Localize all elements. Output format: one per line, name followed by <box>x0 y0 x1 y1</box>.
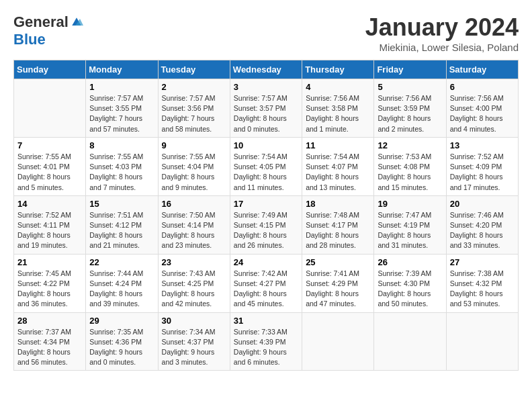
day-header-wednesday: Wednesday <box>230 60 302 79</box>
day-number: 16 <box>162 199 226 209</box>
day-number: 12 <box>378 140 442 150</box>
day-number: 1 <box>89 82 154 92</box>
calendar-cell: 23Sunrise: 7:43 AM Sunset: 4:25 PM Dayli… <box>158 254 230 312</box>
day-info: Sunrise: 7:57 AM Sunset: 3:56 PM Dayligh… <box>162 93 226 134</box>
calendar-cell: 25Sunrise: 7:41 AM Sunset: 4:29 PM Dayli… <box>302 254 374 312</box>
day-header-monday: Monday <box>86 60 158 79</box>
header-row: SundayMondayTuesdayWednesdayThursdayFrid… <box>14 60 519 79</box>
day-number: 18 <box>306 199 370 209</box>
calendar-cell: 17Sunrise: 7:49 AM Sunset: 4:15 PM Dayli… <box>230 195 302 254</box>
day-info: Sunrise: 7:56 AM Sunset: 3:59 PM Dayligh… <box>378 93 442 134</box>
calendar-cell: 24Sunrise: 7:42 AM Sunset: 4:27 PM Dayli… <box>230 254 302 312</box>
calendar-cell: 2Sunrise: 7:57 AM Sunset: 3:56 PM Daylig… <box>158 79 230 138</box>
calendar-cell: 6Sunrise: 7:56 AM Sunset: 4:00 PM Daylig… <box>446 79 518 138</box>
calendar-cell: 12Sunrise: 7:53 AM Sunset: 4:08 PM Dayli… <box>374 137 446 195</box>
day-number: 2 <box>162 82 226 92</box>
calendar-cell: 9Sunrise: 7:55 AM Sunset: 4:04 PM Daylig… <box>158 137 230 195</box>
calendar-cell: 20Sunrise: 7:46 AM Sunset: 4:20 PM Dayli… <box>446 195 518 254</box>
day-info: Sunrise: 7:54 AM Sunset: 4:05 PM Dayligh… <box>234 152 298 193</box>
day-number: 24 <box>234 257 298 267</box>
day-info: Sunrise: 7:35 AM Sunset: 4:36 PM Dayligh… <box>89 327 154 368</box>
calendar-cell: 10Sunrise: 7:54 AM Sunset: 4:05 PM Dayli… <box>230 137 302 195</box>
day-number: 10 <box>234 140 298 150</box>
day-number: 5 <box>378 82 442 92</box>
day-info: Sunrise: 7:43 AM Sunset: 4:25 PM Dayligh… <box>162 269 226 310</box>
day-info: Sunrise: 7:50 AM Sunset: 4:14 PM Dayligh… <box>162 210 226 251</box>
day-number: 21 <box>17 257 82 267</box>
day-info: Sunrise: 7:49 AM Sunset: 4:15 PM Dayligh… <box>234 210 298 251</box>
logo-blue-text: Blue <box>13 31 46 48</box>
day-info: Sunrise: 7:57 AM Sunset: 3:57 PM Dayligh… <box>234 93 298 134</box>
day-header-thursday: Thursday <box>302 60 374 79</box>
day-header-tuesday: Tuesday <box>158 60 230 79</box>
day-number: 3 <box>234 82 298 92</box>
day-info: Sunrise: 7:56 AM Sunset: 4:00 PM Dayligh… <box>450 93 515 134</box>
day-number: 17 <box>234 199 298 209</box>
calendar-cell <box>14 79 86 138</box>
calendar-cell: 4Sunrise: 7:56 AM Sunset: 3:58 PM Daylig… <box>302 79 374 138</box>
day-info: Sunrise: 7:52 AM Sunset: 4:09 PM Dayligh… <box>450 152 515 193</box>
day-number: 26 <box>378 257 442 267</box>
day-number: 9 <box>162 140 226 150</box>
day-number: 7 <box>17 140 82 150</box>
day-info: Sunrise: 7:56 AM Sunset: 3:58 PM Dayligh… <box>306 93 370 134</box>
calendar-week-4: 21Sunrise: 7:45 AM Sunset: 4:22 PM Dayli… <box>14 254 519 312</box>
calendar-cell: 26Sunrise: 7:39 AM Sunset: 4:30 PM Dayli… <box>374 254 446 312</box>
day-number: 13 <box>450 140 515 150</box>
day-info: Sunrise: 7:42 AM Sunset: 4:27 PM Dayligh… <box>234 269 298 310</box>
day-number: 28 <box>17 316 82 326</box>
day-info: Sunrise: 7:55 AM Sunset: 4:01 PM Dayligh… <box>17 152 82 193</box>
day-number: 4 <box>306 82 370 92</box>
day-info: Sunrise: 7:55 AM Sunset: 4:03 PM Dayligh… <box>89 152 154 193</box>
page-header: General Blue January 2024 Miekinia, Lowe… <box>13 13 519 53</box>
day-info: Sunrise: 7:57 AM Sunset: 3:55 PM Dayligh… <box>89 93 154 134</box>
day-info: Sunrise: 7:33 AM Sunset: 4:39 PM Dayligh… <box>234 327 298 368</box>
title-section: January 2024 Miekinia, Lower Silesia, Po… <box>365 13 519 53</box>
day-info: Sunrise: 7:46 AM Sunset: 4:20 PM Dayligh… <box>450 210 515 251</box>
day-number: 31 <box>234 316 298 326</box>
page-subtitle: Miekinia, Lower Silesia, Poland <box>365 42 519 53</box>
calendar-cell: 14Sunrise: 7:52 AM Sunset: 4:11 PM Dayli… <box>14 195 86 254</box>
logo-icon <box>70 15 83 29</box>
calendar-cell: 16Sunrise: 7:50 AM Sunset: 4:14 PM Dayli… <box>158 195 230 254</box>
calendar-cell <box>302 312 374 371</box>
day-info: Sunrise: 7:53 AM Sunset: 4:08 PM Dayligh… <box>378 152 442 193</box>
day-info: Sunrise: 7:41 AM Sunset: 4:29 PM Dayligh… <box>306 269 370 310</box>
calendar-cell: 30Sunrise: 7:34 AM Sunset: 4:37 PM Dayli… <box>158 312 230 371</box>
calendar-cell: 31Sunrise: 7:33 AM Sunset: 4:39 PM Dayli… <box>230 312 302 371</box>
day-info: Sunrise: 7:54 AM Sunset: 4:07 PM Dayligh… <box>306 152 370 193</box>
day-header-friday: Friday <box>374 60 446 79</box>
day-info: Sunrise: 7:47 AM Sunset: 4:19 PM Dayligh… <box>378 210 442 251</box>
day-number: 8 <box>89 140 154 150</box>
day-number: 29 <box>89 316 154 326</box>
calendar-cell: 11Sunrise: 7:54 AM Sunset: 4:07 PM Dayli… <box>302 137 374 195</box>
day-number: 30 <box>162 316 226 326</box>
calendar-cell: 22Sunrise: 7:44 AM Sunset: 4:24 PM Dayli… <box>86 254 158 312</box>
calendar-week-1: 1Sunrise: 7:57 AM Sunset: 3:55 PM Daylig… <box>14 79 519 138</box>
calendar-cell: 15Sunrise: 7:51 AM Sunset: 4:12 PM Dayli… <box>86 195 158 254</box>
day-info: Sunrise: 7:37 AM Sunset: 4:34 PM Dayligh… <box>17 327 82 368</box>
calendar-cell: 18Sunrise: 7:48 AM Sunset: 4:17 PM Dayli… <box>302 195 374 254</box>
calendar-cell: 3Sunrise: 7:57 AM Sunset: 3:57 PM Daylig… <box>230 79 302 138</box>
day-info: Sunrise: 7:45 AM Sunset: 4:22 PM Dayligh… <box>17 269 82 310</box>
day-number: 19 <box>378 199 442 209</box>
day-number: 6 <box>450 82 515 92</box>
day-header-sunday: Sunday <box>14 60 86 79</box>
day-info: Sunrise: 7:34 AM Sunset: 4:37 PM Dayligh… <box>162 327 226 368</box>
day-number: 23 <box>162 257 226 267</box>
logo-general-text: General <box>13 13 69 31</box>
calendar-cell: 5Sunrise: 7:56 AM Sunset: 3:59 PM Daylig… <box>374 79 446 138</box>
calendar-cell: 8Sunrise: 7:55 AM Sunset: 4:03 PM Daylig… <box>86 137 158 195</box>
page-title: January 2024 <box>365 13 519 42</box>
calendar-cell: 28Sunrise: 7:37 AM Sunset: 4:34 PM Dayli… <box>14 312 86 371</box>
day-info: Sunrise: 7:48 AM Sunset: 4:17 PM Dayligh… <box>306 210 370 251</box>
day-number: 27 <box>450 257 515 267</box>
day-info: Sunrise: 7:51 AM Sunset: 4:12 PM Dayligh… <box>89 210 154 251</box>
day-info: Sunrise: 7:39 AM Sunset: 4:30 PM Dayligh… <box>378 269 442 310</box>
day-number: 11 <box>306 140 370 150</box>
day-number: 22 <box>89 257 154 267</box>
calendar-table: SundayMondayTuesdayWednesdayThursdayFrid… <box>13 60 519 371</box>
day-info: Sunrise: 7:38 AM Sunset: 4:32 PM Dayligh… <box>450 269 515 310</box>
calendar-week-3: 14Sunrise: 7:52 AM Sunset: 4:11 PM Dayli… <box>14 195 519 254</box>
calendar-cell: 29Sunrise: 7:35 AM Sunset: 4:36 PM Dayli… <box>86 312 158 371</box>
